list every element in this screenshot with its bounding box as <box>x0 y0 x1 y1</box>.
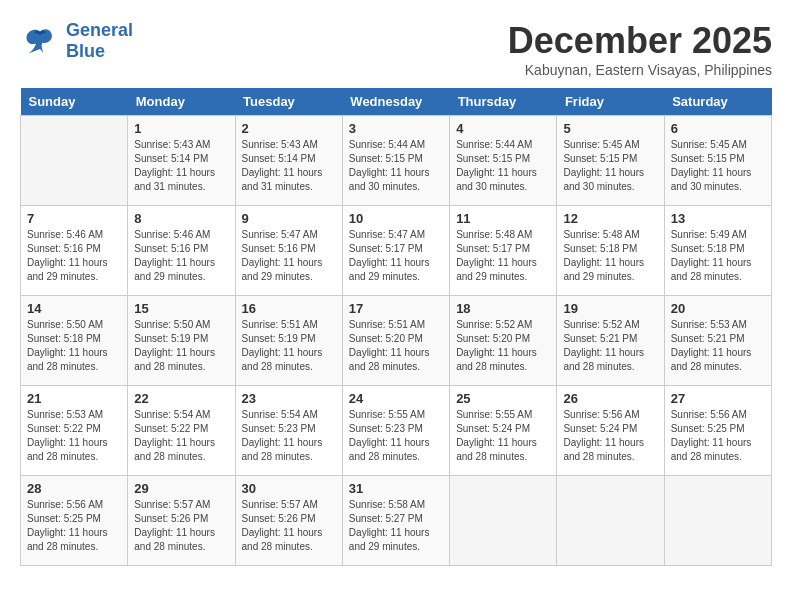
calendar-cell: 3Sunrise: 5:44 AMSunset: 5:15 PMDaylight… <box>342 116 449 206</box>
day-number: 30 <box>242 481 336 496</box>
calendar-cell: 1Sunrise: 5:43 AMSunset: 5:14 PMDaylight… <box>128 116 235 206</box>
calendar-table: SundayMondayTuesdayWednesdayThursdayFrid… <box>20 88 772 566</box>
calendar-cell: 7Sunrise: 5:46 AMSunset: 5:16 PMDaylight… <box>21 206 128 296</box>
calendar-header-row: SundayMondayTuesdayWednesdayThursdayFrid… <box>21 88 772 116</box>
cell-sun-info: Sunrise: 5:56 AMSunset: 5:25 PMDaylight:… <box>27 498 121 554</box>
calendar-cell: 28Sunrise: 5:56 AMSunset: 5:25 PMDayligh… <box>21 476 128 566</box>
day-number: 15 <box>134 301 228 316</box>
day-number: 4 <box>456 121 550 136</box>
calendar-cell: 2Sunrise: 5:43 AMSunset: 5:14 PMDaylight… <box>235 116 342 206</box>
logo-text: General Blue <box>66 20 133 62</box>
cell-sun-info: Sunrise: 5:48 AMSunset: 5:18 PMDaylight:… <box>563 228 657 284</box>
calendar-week-row: 28Sunrise: 5:56 AMSunset: 5:25 PMDayligh… <box>21 476 772 566</box>
cell-sun-info: Sunrise: 5:49 AMSunset: 5:18 PMDaylight:… <box>671 228 765 284</box>
cell-sun-info: Sunrise: 5:46 AMSunset: 5:16 PMDaylight:… <box>27 228 121 284</box>
calendar-cell <box>21 116 128 206</box>
cell-sun-info: Sunrise: 5:56 AMSunset: 5:24 PMDaylight:… <box>563 408 657 464</box>
weekday-header-sunday: Sunday <box>21 88 128 116</box>
day-number: 6 <box>671 121 765 136</box>
calendar-cell <box>557 476 664 566</box>
day-number: 10 <box>349 211 443 226</box>
calendar-cell: 21Sunrise: 5:53 AMSunset: 5:22 PMDayligh… <box>21 386 128 476</box>
day-number: 13 <box>671 211 765 226</box>
day-number: 8 <box>134 211 228 226</box>
weekday-header-saturday: Saturday <box>664 88 771 116</box>
day-number: 22 <box>134 391 228 406</box>
calendar-cell: 5Sunrise: 5:45 AMSunset: 5:15 PMDaylight… <box>557 116 664 206</box>
calendar-cell: 9Sunrise: 5:47 AMSunset: 5:16 PMDaylight… <box>235 206 342 296</box>
day-number: 28 <box>27 481 121 496</box>
day-number: 18 <box>456 301 550 316</box>
weekday-header-thursday: Thursday <box>450 88 557 116</box>
calendar-cell: 11Sunrise: 5:48 AMSunset: 5:17 PMDayligh… <box>450 206 557 296</box>
calendar-cell: 30Sunrise: 5:57 AMSunset: 5:26 PMDayligh… <box>235 476 342 566</box>
cell-sun-info: Sunrise: 5:54 AMSunset: 5:22 PMDaylight:… <box>134 408 228 464</box>
cell-sun-info: Sunrise: 5:53 AMSunset: 5:21 PMDaylight:… <box>671 318 765 374</box>
calendar-cell: 13Sunrise: 5:49 AMSunset: 5:18 PMDayligh… <box>664 206 771 296</box>
calendar-cell: 17Sunrise: 5:51 AMSunset: 5:20 PMDayligh… <box>342 296 449 386</box>
calendar-cell <box>664 476 771 566</box>
calendar-cell: 25Sunrise: 5:55 AMSunset: 5:24 PMDayligh… <box>450 386 557 476</box>
day-number: 2 <box>242 121 336 136</box>
calendar-cell: 24Sunrise: 5:55 AMSunset: 5:23 PMDayligh… <box>342 386 449 476</box>
cell-sun-info: Sunrise: 5:43 AMSunset: 5:14 PMDaylight:… <box>242 138 336 194</box>
cell-sun-info: Sunrise: 5:45 AMSunset: 5:15 PMDaylight:… <box>671 138 765 194</box>
day-number: 12 <box>563 211 657 226</box>
calendar-cell: 20Sunrise: 5:53 AMSunset: 5:21 PMDayligh… <box>664 296 771 386</box>
calendar-cell: 8Sunrise: 5:46 AMSunset: 5:16 PMDaylight… <box>128 206 235 296</box>
day-number: 24 <box>349 391 443 406</box>
cell-sun-info: Sunrise: 5:44 AMSunset: 5:15 PMDaylight:… <box>456 138 550 194</box>
day-number: 25 <box>456 391 550 406</box>
calendar-cell <box>450 476 557 566</box>
day-number: 19 <box>563 301 657 316</box>
cell-sun-info: Sunrise: 5:52 AMSunset: 5:20 PMDaylight:… <box>456 318 550 374</box>
calendar-cell: 12Sunrise: 5:48 AMSunset: 5:18 PMDayligh… <box>557 206 664 296</box>
calendar-cell: 16Sunrise: 5:51 AMSunset: 5:19 PMDayligh… <box>235 296 342 386</box>
cell-sun-info: Sunrise: 5:45 AMSunset: 5:15 PMDaylight:… <box>563 138 657 194</box>
day-number: 31 <box>349 481 443 496</box>
day-number: 21 <box>27 391 121 406</box>
calendar-week-row: 21Sunrise: 5:53 AMSunset: 5:22 PMDayligh… <box>21 386 772 476</box>
calendar-cell: 4Sunrise: 5:44 AMSunset: 5:15 PMDaylight… <box>450 116 557 206</box>
calendar-cell: 31Sunrise: 5:58 AMSunset: 5:27 PMDayligh… <box>342 476 449 566</box>
cell-sun-info: Sunrise: 5:57 AMSunset: 5:26 PMDaylight:… <box>242 498 336 554</box>
cell-sun-info: Sunrise: 5:52 AMSunset: 5:21 PMDaylight:… <box>563 318 657 374</box>
calendar-cell: 10Sunrise: 5:47 AMSunset: 5:17 PMDayligh… <box>342 206 449 296</box>
weekday-header-wednesday: Wednesday <box>342 88 449 116</box>
logo: General Blue <box>20 20 133 62</box>
day-number: 11 <box>456 211 550 226</box>
cell-sun-info: Sunrise: 5:50 AMSunset: 5:18 PMDaylight:… <box>27 318 121 374</box>
cell-sun-info: Sunrise: 5:55 AMSunset: 5:24 PMDaylight:… <box>456 408 550 464</box>
cell-sun-info: Sunrise: 5:58 AMSunset: 5:27 PMDaylight:… <box>349 498 443 554</box>
day-number: 5 <box>563 121 657 136</box>
title-section: December 2025 Kabuynan, Eastern Visayas,… <box>508 20 772 78</box>
day-number: 20 <box>671 301 765 316</box>
calendar-week-row: 14Sunrise: 5:50 AMSunset: 5:18 PMDayligh… <box>21 296 772 386</box>
calendar-cell: 18Sunrise: 5:52 AMSunset: 5:20 PMDayligh… <box>450 296 557 386</box>
cell-sun-info: Sunrise: 5:51 AMSunset: 5:20 PMDaylight:… <box>349 318 443 374</box>
calendar-cell: 27Sunrise: 5:56 AMSunset: 5:25 PMDayligh… <box>664 386 771 476</box>
cell-sun-info: Sunrise: 5:51 AMSunset: 5:19 PMDaylight:… <box>242 318 336 374</box>
cell-sun-info: Sunrise: 5:55 AMSunset: 5:23 PMDaylight:… <box>349 408 443 464</box>
cell-sun-info: Sunrise: 5:50 AMSunset: 5:19 PMDaylight:… <box>134 318 228 374</box>
calendar-cell: 14Sunrise: 5:50 AMSunset: 5:18 PMDayligh… <box>21 296 128 386</box>
cell-sun-info: Sunrise: 5:43 AMSunset: 5:14 PMDaylight:… <box>134 138 228 194</box>
weekday-header-monday: Monday <box>128 88 235 116</box>
cell-sun-info: Sunrise: 5:48 AMSunset: 5:17 PMDaylight:… <box>456 228 550 284</box>
weekday-header-tuesday: Tuesday <box>235 88 342 116</box>
cell-sun-info: Sunrise: 5:47 AMSunset: 5:17 PMDaylight:… <box>349 228 443 284</box>
day-number: 1 <box>134 121 228 136</box>
calendar-cell: 22Sunrise: 5:54 AMSunset: 5:22 PMDayligh… <box>128 386 235 476</box>
calendar-cell: 26Sunrise: 5:56 AMSunset: 5:24 PMDayligh… <box>557 386 664 476</box>
calendar-cell: 15Sunrise: 5:50 AMSunset: 5:19 PMDayligh… <box>128 296 235 386</box>
calendar-week-row: 1Sunrise: 5:43 AMSunset: 5:14 PMDaylight… <box>21 116 772 206</box>
day-number: 14 <box>27 301 121 316</box>
header: General Blue December 2025 Kabuynan, Eas… <box>20 20 772 78</box>
cell-sun-info: Sunrise: 5:47 AMSunset: 5:16 PMDaylight:… <box>242 228 336 284</box>
day-number: 9 <box>242 211 336 226</box>
day-number: 26 <box>563 391 657 406</box>
logo-icon <box>20 24 60 59</box>
day-number: 17 <box>349 301 443 316</box>
day-number: 27 <box>671 391 765 406</box>
calendar-body: 1Sunrise: 5:43 AMSunset: 5:14 PMDaylight… <box>21 116 772 566</box>
